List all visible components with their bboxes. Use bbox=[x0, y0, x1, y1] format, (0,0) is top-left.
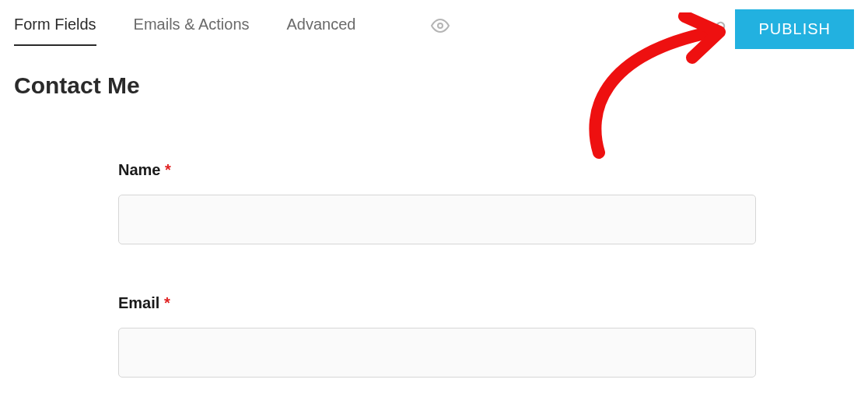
form-area: Name * Email * bbox=[118, 161, 756, 378]
publish-button[interactable]: PUBLISH bbox=[735, 9, 854, 49]
field-label-email: Email * bbox=[118, 294, 756, 312]
name-input[interactable] bbox=[118, 195, 756, 244]
header-bar: Form Fields Emails & Actions Advanced PU… bbox=[0, 0, 868, 46]
tab-advanced[interactable]: Advanced bbox=[287, 16, 356, 46]
tab-form-fields[interactable]: Form Fields bbox=[14, 16, 96, 46]
page-title: Contact Me bbox=[14, 72, 868, 99]
tab-emails-actions[interactable]: Emails & Actions bbox=[134, 16, 250, 46]
form-field-email: Email * bbox=[118, 294, 756, 378]
required-mark: * bbox=[164, 294, 170, 311]
tabs: Form Fields Emails & Actions Advanced bbox=[14, 16, 450, 46]
field-label-name: Name * bbox=[118, 161, 756, 179]
preview-eye-icon[interactable] bbox=[431, 16, 450, 46]
required-mark: * bbox=[165, 161, 171, 178]
form-field-name: Name * bbox=[118, 161, 756, 244]
field-label-email-text: Email bbox=[118, 294, 159, 311]
link-icon[interactable] bbox=[709, 21, 726, 38]
field-label-name-text: Name bbox=[118, 161, 160, 178]
email-input[interactable] bbox=[118, 328, 756, 378]
svg-point-0 bbox=[438, 23, 443, 28]
right-actions: PUBLISH bbox=[709, 9, 854, 49]
